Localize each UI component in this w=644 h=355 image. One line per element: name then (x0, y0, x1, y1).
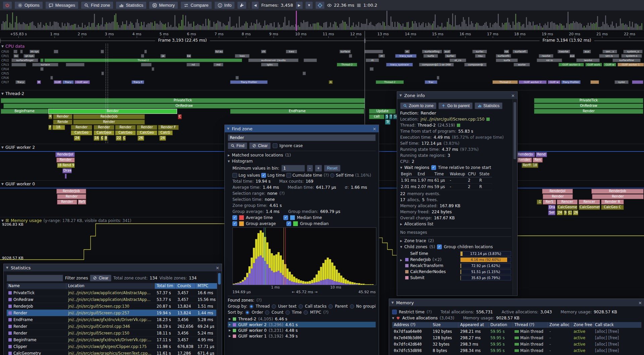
min-bin-increase-button[interactable]: + (315, 165, 322, 172)
statistics-button[interactable]: Statistics (116, 1, 147, 9)
timeline-zone[interactable]: 24 (557, 210, 563, 215)
cpu-zone[interactable]: rit (366, 58, 379, 62)
log-time-checkbox[interactable]: ✓ (261, 173, 266, 178)
messages-button[interactable]: Messages (45, 1, 78, 9)
expand-icon[interactable]: ▶ (400, 223, 402, 226)
timeline-zone[interactable]: RenderJob (591, 189, 644, 194)
timeline-zone[interactable]: 8 (104, 136, 107, 141)
cpu-zone[interactable]: tracy_systrace (386, 63, 413, 66)
cpu-zone[interactable]: cfr (261, 50, 266, 53)
timeline-zone[interactable]: 26 (573, 210, 578, 215)
min-bin-decrease-button[interactable]: - (307, 165, 313, 172)
collapse-icon[interactable]: ▼ (6, 266, 8, 269)
cpu-zone[interactable]: GUIF (54, 80, 62, 84)
timeline-zone[interactable]: S (385, 114, 388, 119)
timeline-zone[interactable]: Render (71, 125, 92, 130)
options-button[interactable]: Options (14, 1, 43, 9)
timeline-zone[interactable]: Dra (548, 205, 555, 210)
thread-value[interactable]: Thread-2 (418, 123, 436, 128)
close-icon[interactable]: × (511, 93, 515, 98)
radio-order[interactable] (245, 310, 250, 315)
group-average-checkbox[interactable]: ✓ (232, 221, 237, 226)
restrict-time-checkbox[interactable] (392, 310, 397, 314)
timeline-zone[interactable]: Render (57, 199, 77, 205)
timeline-zone[interactable]: F (48, 125, 52, 130)
find-zone-button[interactable]: Find zone (81, 1, 113, 9)
info-button[interactable]: Info (214, 1, 235, 9)
timeline-zone[interactable]: C (178, 114, 182, 119)
cpu-data-header[interactable]: ▼CPU data (1, 44, 24, 49)
memory-col-header[interactable]: Appeared at (459, 322, 489, 328)
min-bin-input[interactable] (281, 165, 305, 172)
cpu-zone[interactable] (101, 72, 104, 75)
found-zone-group[interactable]: ▶GUIF worker 1(3,192)4.39 s (228, 333, 376, 339)
cpu-zone[interactable]: nd (186, 63, 200, 66)
timeline-zone[interactable]: Update (369, 109, 396, 114)
reset-button[interactable]: Reset (324, 165, 340, 172)
scrollbar-thumb[interactable] (514, 102, 516, 159)
search-input[interactable] (228, 134, 376, 141)
cpu-zone[interactable]: Thread-2 (376, 80, 404, 84)
timeline-zone[interactable]: Render (137, 125, 157, 130)
found-zone-group[interactable]: ▶Thread-2(4,105)6.46 s (228, 316, 376, 322)
timeline-zone[interactable]: CalcGeo (137, 130, 157, 135)
timeline-zone[interactable]: 9 (564, 210, 567, 215)
cpu-zone[interactable] (141, 54, 144, 58)
expand-icon[interactable]: ▶ (229, 329, 231, 332)
expand-icon[interactable]: ▶ (229, 323, 231, 326)
cpu-zone[interactable]: ot_co (449, 58, 466, 62)
collapse-icon[interactable]: ▼ (400, 246, 402, 249)
cpu-rows[interactable]: CPU0im sysful aucfrkwosurfaceetsurfacefl… (0, 50, 644, 85)
stats-table-header[interactable]: NameLocationTotal timCountsMTPC (7, 283, 216, 289)
cpu-zone[interactable] (349, 54, 352, 58)
cpu-zone[interactable]: Trac (425, 80, 437, 84)
timeline-zone[interactable]: OnRedraw (3, 103, 365, 108)
alloc-address[interactable]: 0x7dfc53d898 (392, 348, 431, 353)
alloc-call-stack[interactable]: [alloc] [free] (593, 342, 641, 347)
cpu-zone[interactable]: GUIF w (548, 80, 560, 84)
timeline-zone[interactable]: Render (57, 194, 86, 199)
cpu-zone[interactable] (590, 80, 599, 84)
child-zone-row[interactable]: ▶RenderJob(×2)4.16 ms (92.60%) (400, 257, 511, 263)
cpu-zone[interactable]: kw (186, 54, 191, 58)
time-ruler[interactable]: +55.83 s1 ms2 ms3 ms4 ms5 ms6 ms7 ms8 ms… (0, 31, 644, 38)
stats-col-header[interactable]: MTPC (196, 283, 219, 289)
wait-col-header[interactable]: CPU (467, 171, 479, 177)
cpu-zone[interactable]: Tracy Profiler (561, 80, 581, 84)
cpu-zone[interactable]: sen-is (599, 54, 619, 58)
cpu-zone[interactable] (632, 80, 643, 84)
cpu-zone[interactable] (13, 50, 17, 53)
timeline-zone[interactable]: 22 (116, 136, 122, 141)
wait-col-header[interactable]: Time (434, 171, 449, 177)
cpu-zone[interactable] (370, 67, 374, 71)
cpu-zone[interactable]: surfaceflinger (11, 58, 38, 62)
help-hint[interactable]: (?) (427, 310, 432, 314)
cpu-zone[interactable]: surfac (472, 50, 487, 53)
crosshair-button[interactable] (315, 1, 325, 9)
radio-time[interactable] (285, 310, 290, 315)
cpu-zone[interactable]: kwo (286, 50, 297, 53)
timeline-zone[interactable]: call (369, 114, 384, 119)
radio-call-stacks[interactable] (299, 304, 303, 309)
memory-col-header[interactable]: Zone alloc (548, 322, 572, 328)
cpu-zone[interactable]: rot (504, 50, 509, 53)
memory-col-header[interactable]: Size (431, 322, 459, 328)
statistics-button[interactable]: Statistics (475, 102, 502, 109)
current-frame-marker[interactable] (296, 11, 297, 31)
stats-row[interactable]: BeginFramejni/../jni/src/claw/gfx/drv/vk… (7, 336, 216, 343)
memory-usage-header[interactable]: ▼ Memory usage (y-range: 178.27 KB, visi… (1, 218, 131, 223)
radio-count[interactable] (265, 310, 269, 315)
cpu-zone[interactable]: Tracy F (131, 80, 144, 84)
scrollbar-thumb[interactable] (218, 273, 221, 284)
found-zone-group[interactable]: ▶GUIF worker 0(3,231)4.48 s (228, 327, 376, 333)
time-relative-checkbox[interactable]: ✓ (431, 165, 436, 170)
memory-col-header[interactable]: Call stack (593, 322, 641, 328)
cpu-zone[interactable]: iworke (576, 58, 600, 62)
cpu-zone[interactable]: surfa (423, 54, 438, 58)
median-time-checkbox[interactable]: ✓ (283, 215, 288, 220)
help-hint[interactable]: (?) (279, 191, 285, 196)
cpu-zone[interactable]: Tracy Profiler (230, 80, 268, 84)
timeline-zone[interactable]: R (48, 114, 52, 119)
wait-col-header[interactable]: End (417, 171, 434, 177)
find-zone-histogram[interactable] (232, 227, 376, 285)
